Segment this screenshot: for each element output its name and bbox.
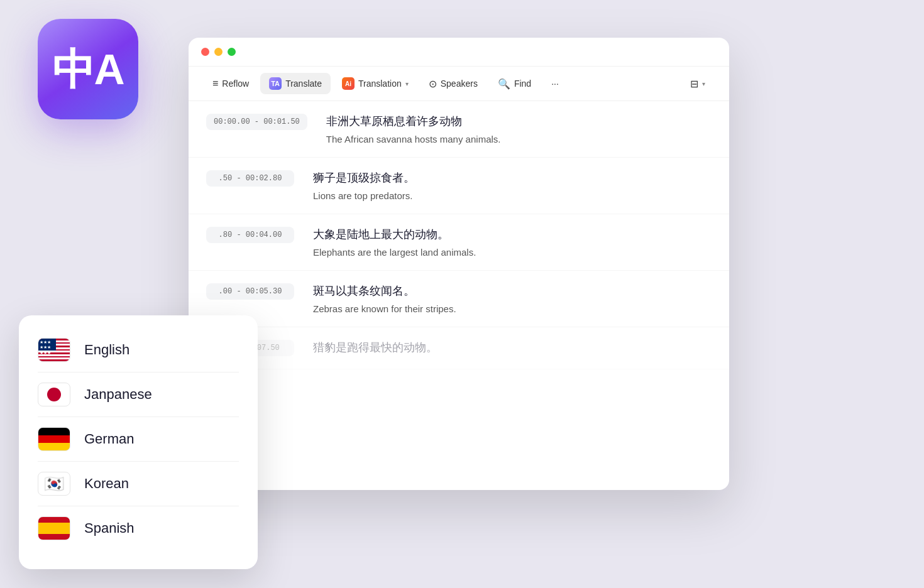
titlebar [189, 38, 729, 67]
time-badge: 00:00.00 - 00:01.50 [206, 114, 307, 130]
language-item-spanish[interactable]: Spanish [38, 506, 239, 550]
app-icon: 中A [38, 19, 138, 119]
speakers-label: Speakers [441, 79, 478, 89]
subtitle-content: 00:00.00 - 00:01.50 非洲大草原栖息着许多动物 The Afr… [189, 101, 729, 490]
speakers-button[interactable]: ⊙ Speakers [420, 74, 487, 94]
subtitle-text-group: 猎豹是跑得最快的动物。 [313, 340, 437, 356]
translate-label: Translate [285, 79, 322, 89]
language-name-korean: Korean [84, 476, 129, 492]
traffic-light-maximize[interactable] [228, 48, 236, 56]
language-name-spanish: Spanish [84, 520, 135, 536]
translate-icon-badge: TA [269, 77, 282, 90]
reflow-button[interactable]: ≡ Reflow [204, 74, 258, 94]
translation-dropdown-icon: ▾ [405, 80, 409, 87]
flag-us [38, 338, 70, 362]
toolbar: ≡ Reflow TA Translate Ai Translation ▾ ⊙… [189, 67, 729, 101]
traffic-light-close[interactable] [201, 48, 209, 56]
subtitle-original: 大象是陆地上最大的动物。 [313, 227, 476, 242]
translate-icon: TA [269, 77, 282, 90]
language-name-german: German [84, 431, 134, 447]
subtitle-translation: The African savanna hosts many animals. [326, 134, 501, 144]
flag-kr: 🇰🇷 [38, 472, 70, 496]
time-badge: .50 - 00:02.80 [206, 170, 294, 187]
subtitle-translation: Elephants are the largest land animals. [313, 247, 476, 258]
reflow-icon: ≡ [212, 78, 218, 89]
view-dropdown-icon: ▾ [702, 80, 705, 87]
subtitle-translation: Zebras are known for their stripes. [313, 303, 456, 314]
subtitle-text-group: 狮子是顶级掠食者。 Lions are top predators. [313, 170, 415, 201]
reflow-label: Reflow [222, 79, 249, 89]
subtitle-original: 狮子是顶级掠食者。 [313, 170, 415, 185]
language-item-english[interactable]: English [38, 328, 239, 373]
subtitle-translation: Lions are top predators. [313, 190, 415, 201]
subtitle-text-group: 大象是陆地上最大的动物。 Elephants are the largest l… [313, 227, 476, 258]
subtitle-text-group: 非洲大草原栖息着许多动物 The African savanna hosts m… [326, 114, 501, 144]
language-item-japanese[interactable]: Janpanese [38, 373, 239, 417]
language-panel: English Janpanese German 🇰🇷 Korean Spani… [19, 315, 258, 569]
language-item-german[interactable]: German [38, 417, 239, 462]
find-button[interactable]: 🔍 Find [489, 74, 540, 94]
subtitle-original: 猎豹是跑得最快的动物。 [313, 340, 437, 355]
translation-label: Translation [358, 79, 402, 89]
subtitle-row: 00:00.00 - 00:01.50 非洲大草原栖息着许多动物 The Afr… [189, 101, 729, 158]
search-icon: 🔍 [498, 78, 510, 90]
subtitle-row: .00 - 00:05.30 斑马以其条纹闻名。 Zebras are know… [189, 271, 729, 327]
flag-jp [38, 383, 70, 406]
subtitle-row: 20 - 00:07.50 猎豹是跑得最快的动物。 [189, 327, 729, 369]
flag-es [38, 516, 70, 540]
time-badge: .00 - 00:05.30 [206, 283, 294, 300]
subtitle-row: .80 - 00:04.00 大象是陆地上最大的动物。 Elephants ar… [189, 214, 729, 271]
app-icon-symbol: 中A [52, 48, 123, 90]
speakers-icon: ⊙ [429, 78, 437, 90]
view-icon: ⊟ [690, 78, 698, 90]
find-label: Find [514, 79, 531, 89]
translate-button[interactable]: TA Translate [260, 73, 331, 94]
subtitle-original: 非洲大草原栖息着许多动物 [326, 114, 501, 129]
more-label: ··· [551, 79, 559, 89]
subtitle-text-group: 斑马以其条纹闻名。 Zebras are known for their str… [313, 283, 456, 314]
main-window: ≡ Reflow TA Translate Ai Translation ▾ ⊙… [189, 38, 729, 490]
subtitle-row: .50 - 00:02.80 狮子是顶级掠食者。 Lions are top p… [189, 158, 729, 214]
more-button[interactable]: ··· [542, 74, 568, 93]
flag-de [38, 427, 70, 451]
ai-translation-icon: Ai [342, 77, 355, 90]
translation-button[interactable]: Ai Translation ▾ [333, 73, 417, 94]
subtitle-original: 斑马以其条纹闻名。 [313, 283, 456, 298]
time-badge: .80 - 00:04.00 [206, 227, 294, 243]
language-name-japanese: Janpanese [84, 386, 152, 403]
traffic-light-minimize[interactable] [214, 48, 223, 56]
language-name-english: English [84, 342, 129, 358]
language-item-korean[interactable]: 🇰🇷 Korean [38, 462, 239, 506]
ai-icon-badge: Ai [342, 77, 355, 90]
view-button[interactable]: ⊟ ▾ [681, 74, 714, 94]
